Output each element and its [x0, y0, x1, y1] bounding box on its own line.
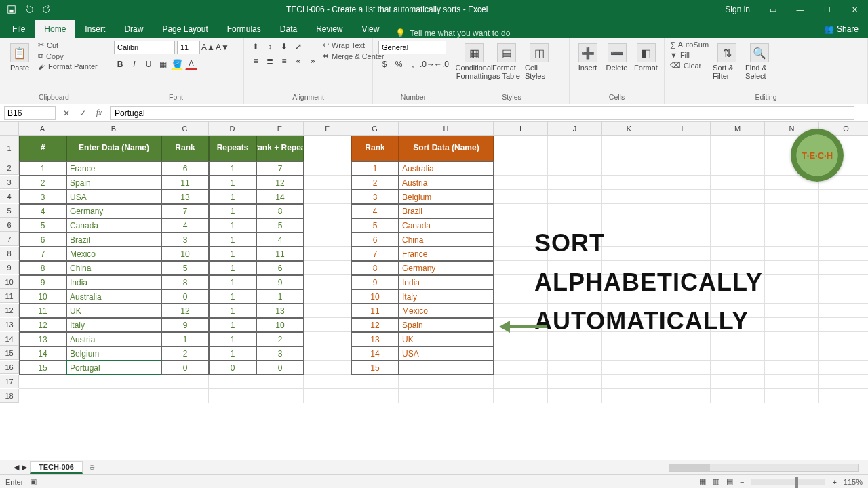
cell[interactable]: [256, 389, 304, 403]
cell[interactable]: 0: [209, 361, 256, 375]
formula-input[interactable]: [110, 106, 854, 120]
row-header[interactable]: 4: [0, 190, 19, 203]
cell[interactable]: [19, 375, 66, 389]
cell[interactable]: France: [399, 247, 494, 261]
column-header[interactable]: E: [256, 122, 304, 136]
cell[interactable]: Enter Data (Name): [66, 136, 161, 161]
cell[interactable]: [656, 389, 711, 403]
cell[interactable]: 7: [161, 204, 209, 218]
cell[interactable]: Brazil: [399, 204, 494, 218]
cell[interactable]: 5: [19, 218, 66, 232]
cell[interactable]: [548, 161, 602, 176]
tab-file[interactable]: File: [3, 20, 35, 38]
cell[interactable]: 6: [256, 261, 304, 275]
cell[interactable]: [602, 176, 656, 190]
cell[interactable]: [819, 318, 868, 332]
align-left-icon[interactable]: ≡: [250, 55, 262, 67]
column-header[interactable]: H: [399, 122, 494, 136]
cell[interactable]: 5: [351, 218, 399, 232]
cell[interactable]: Belgium: [66, 346, 161, 361]
cell[interactable]: [351, 375, 399, 389]
cell[interactable]: 12: [161, 304, 209, 318]
cell[interactable]: [711, 375, 765, 389]
cell[interactable]: [765, 204, 819, 218]
comma-icon[interactable]: ,: [407, 58, 419, 70]
align-right-icon[interactable]: ≡: [278, 55, 290, 67]
cell[interactable]: India: [66, 275, 161, 289]
shrink-font-icon[interactable]: A▼: [216, 41, 229, 54]
cell[interactable]: [819, 218, 868, 232]
cell[interactable]: 4: [19, 204, 66, 218]
cell[interactable]: [304, 275, 351, 289]
cell[interactable]: 1: [209, 161, 256, 176]
fx-icon[interactable]: fx: [92, 106, 106, 120]
format-painter-button[interactable]: 🖌Format Painter: [38, 62, 98, 70]
row-header[interactable]: 17: [0, 375, 19, 388]
cell[interactable]: [819, 275, 868, 289]
cell[interactable]: 15: [19, 361, 66, 375]
cell[interactable]: 1: [209, 275, 256, 289]
cell[interactable]: 7: [351, 247, 399, 261]
cell[interactable]: [765, 361, 819, 375]
sheet-nav-next-icon[interactable]: ▶: [22, 463, 27, 472]
column-header[interactable]: A: [19, 122, 66, 136]
cell-styles-button[interactable]: ◫Cell Styles: [525, 41, 553, 93]
borders-icon[interactable]: ▦: [157, 58, 169, 70]
conditional-formatting-button[interactable]: ▦Conditional Formatting: [460, 41, 488, 93]
cell[interactable]: [304, 261, 351, 275]
fill-color-icon[interactable]: 🪣: [171, 58, 183, 70]
column-header[interactable]: L: [656, 122, 711, 136]
cell[interactable]: 4: [351, 204, 399, 218]
cell[interactable]: [494, 346, 548, 361]
cell[interactable]: Italy: [399, 289, 494, 304]
cell[interactable]: Rank: [351, 136, 399, 161]
zoom-slider[interactable]: [751, 479, 825, 485]
cell[interactable]: [494, 176, 548, 190]
cell[interactable]: [304, 389, 351, 403]
cell[interactable]: 13: [256, 304, 304, 318]
cell[interactable]: Germany: [66, 204, 161, 218]
cell[interactable]: [304, 204, 351, 218]
cell[interactable]: [209, 389, 256, 403]
tab-formulas[interactable]: Formulas: [218, 20, 271, 38]
row-header[interactable]: 12: [0, 304, 19, 317]
cell[interactable]: [548, 190, 602, 204]
cell[interactable]: [548, 375, 602, 389]
cell[interactable]: UK: [66, 304, 161, 318]
cell[interactable]: Portugal: [66, 361, 161, 375]
row-header[interactable]: 6: [0, 218, 19, 232]
cell[interactable]: 12: [256, 176, 304, 190]
tab-draw[interactable]: Draw: [115, 20, 153, 38]
align-top-icon[interactable]: ⬆: [250, 41, 262, 53]
align-center-icon[interactable]: ≣: [264, 55, 276, 67]
cell[interactable]: 9: [256, 275, 304, 289]
column-header[interactable]: G: [351, 122, 399, 136]
cell[interactable]: 4: [256, 232, 304, 247]
cell[interactable]: [304, 318, 351, 332]
minimize-button[interactable]: —: [787, 0, 814, 19]
cell[interactable]: [819, 375, 868, 389]
cell[interactable]: [304, 375, 351, 389]
orientation-icon[interactable]: ⤢: [292, 41, 304, 53]
cell[interactable]: [656, 136, 711, 161]
cell[interactable]: [304, 346, 351, 361]
column-header[interactable]: D: [209, 122, 256, 136]
macro-record-icon[interactable]: ▣: [30, 477, 37, 486]
column-header[interactable]: C: [161, 122, 209, 136]
cell[interactable]: 2: [19, 176, 66, 190]
cell[interactable]: 9: [351, 275, 399, 289]
cell[interactable]: 1: [209, 318, 256, 332]
row-header[interactable]: 9: [0, 261, 19, 274]
cell[interactable]: [602, 190, 656, 204]
select-all-corner[interactable]: [0, 122, 19, 136]
cell[interactable]: [765, 275, 819, 289]
column-header[interactable]: K: [602, 122, 656, 136]
cell[interactable]: 2: [161, 346, 209, 361]
cell[interactable]: [711, 389, 765, 403]
delete-cells-button[interactable]: ➖Delete: [604, 41, 629, 93]
cell[interactable]: [656, 346, 711, 361]
cell[interactable]: Canada: [399, 218, 494, 232]
cell[interactable]: [602, 346, 656, 361]
cell[interactable]: [494, 389, 548, 403]
cell[interactable]: 10: [19, 289, 66, 304]
